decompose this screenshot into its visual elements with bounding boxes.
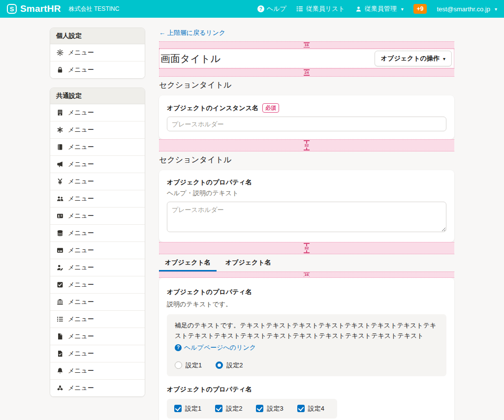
page-layout: 個人設定 メニュー メニュー 共通設定 メニュー メニュー メニュー — [50, 28, 454, 420]
checkbox-checked-icon — [215, 405, 222, 412]
main-content: 上階層に戻るリンク 16 画面タイトル オブジェクトの操作 24 セクションタイ… — [159, 28, 454, 420]
sidebar-item-menu[interactable]: メニュー — [50, 190, 145, 207]
checkbox-option-1[interactable]: 設定1 — [174, 404, 201, 413]
checkbox-label: 設定2 — [226, 404, 242, 413]
media-card-icon — [56, 247, 63, 254]
bell-icon — [56, 367, 63, 375]
help-page-link-label: ヘルプページへのリンク — [184, 342, 256, 353]
note-text: 補足のテキストです。テキストテキストテキストテキストテキストテキストテキストテキ… — [175, 320, 439, 341]
supplementary-note-box: 補足のテキストです。テキストテキストテキストテキストテキストテキストテキストテキ… — [167, 314, 446, 376]
instance-name-input[interactable] — [167, 117, 446, 131]
check-square-icon — [56, 281, 63, 289]
required-badge: 必須 — [262, 103, 279, 113]
sidebar-item-menu[interactable]: メニュー — [50, 138, 145, 155]
checkbox-label: 設定1 — [185, 404, 201, 413]
sidebar-item-label: メニュー — [68, 108, 94, 117]
checkbox-group: 設定1 設定2 設定3 設定4 — [167, 399, 337, 419]
spacing-annotation-16: 16 — [159, 41, 454, 49]
user-icon — [355, 5, 362, 13]
user-pen-icon — [56, 264, 63, 271]
header-help-link[interactable]: ヘルプ — [257, 4, 286, 13]
sidebar-item-menu[interactable]: メニュー — [50, 173, 145, 190]
measurement-marker: 32 — [304, 243, 310, 253]
sidebar-item-label: メニュー — [68, 65, 94, 74]
question-circle-icon — [175, 344, 182, 351]
smarthr-logo-mark-icon: S — [7, 4, 17, 14]
sidebar-item-label: メニュー — [68, 384, 94, 392]
header-employee-list-link[interactable]: 従業員リスト — [296, 4, 345, 13]
sidebar-group-personal: 個人設定 メニュー メニュー — [50, 28, 145, 79]
checkbox-checked-icon — [174, 405, 182, 412]
sidebar-item-label: メニュー — [68, 332, 94, 341]
sidebar-item-menu[interactable]: メニュー — [50, 310, 145, 328]
property-textarea[interactable] — [167, 202, 446, 232]
radio-label: 設定2 — [226, 360, 243, 370]
back-to-parent-link[interactable]: 上階層に戻るリンク — [159, 29, 225, 37]
sidebar-item-label: メニュー — [68, 229, 94, 238]
spacing-annotation-16: 16 — [159, 271, 454, 278]
checkbox-option-4[interactable]: 設定4 — [297, 404, 324, 413]
smarthr-logo-text: SmartHR — [20, 3, 61, 14]
radio-option-1[interactable]: 設定1 — [175, 360, 202, 370]
field-label: オブジェクトのプロパティ名 — [167, 385, 252, 394]
header-help-label: ヘルプ — [267, 4, 286, 13]
sidebar-group-title: 共通設定 — [50, 88, 145, 104]
page-title: 画面タイトル — [160, 52, 220, 65]
sidebar-item-menu[interactable]: メニュー — [50, 328, 145, 345]
sidebar-item-menu[interactable]: メニュー — [50, 155, 145, 173]
sidebar-item-label: メニュー — [68, 366, 94, 375]
sidebar-item-menu[interactable]: メニュー — [50, 224, 145, 241]
spacing-annotation-32: 32 — [159, 139, 454, 151]
smarthr-logo[interactable]: S SmartHR — [7, 3, 61, 14]
sidebar-item-label: メニュー — [68, 177, 94, 186]
sidebar-item-menu[interactable]: メニュー — [50, 207, 145, 224]
measurement-marker: 16 — [304, 42, 310, 48]
sidebar-item-menu[interactable]: メニュー — [50, 61, 145, 78]
landmark-icon — [56, 299, 63, 306]
radio-option-2[interactable]: 設定2 — [216, 360, 243, 370]
company-name: 株式会社 TESTINC — [69, 5, 120, 13]
field-label-row: オブジェクトのプロパティ名 — [167, 178, 446, 187]
radio-icon — [175, 361, 182, 369]
sidebar-item-label: メニュー — [68, 48, 94, 57]
field-label-row: オブジェクトのインスタンス名 必須 — [167, 103, 446, 113]
sidebar-item-menu[interactable]: メニュー — [50, 104, 145, 121]
help-page-link[interactable]: ヘルプページへのリンク — [175, 342, 256, 353]
gear-icon — [56, 49, 63, 57]
sidebar-item-menu[interactable]: メニュー — [50, 44, 145, 61]
tab-object-2[interactable]: オブジェクト名 — [220, 254, 277, 271]
list-icon — [56, 316, 63, 323]
sidebar-item-menu[interactable]: メニュー — [50, 362, 145, 379]
notification-count-badge[interactable]: +9 — [413, 4, 427, 14]
sidebar-item-label: メニュー — [68, 280, 94, 289]
megaphone-icon — [56, 161, 63, 168]
field-description: 説明のテキストです。 — [167, 300, 446, 309]
sidebar-item-menu[interactable]: メニュー — [50, 121, 145, 138]
database-icon — [56, 230, 63, 237]
object-actions-dropdown-button[interactable]: オブジェクトの操作 — [375, 51, 452, 66]
lock-icon — [56, 66, 63, 74]
sidebar-item-menu[interactable]: メニュー — [50, 259, 145, 276]
sidebar-item-menu[interactable]: メニュー — [50, 293, 145, 310]
sidebar-item-menu[interactable]: メニュー — [50, 241, 145, 259]
measurement-marker: 16 — [304, 272, 310, 277]
section-title: セクションタイトル — [159, 155, 454, 165]
sidebar-item-menu[interactable]: メニュー — [50, 345, 145, 362]
spacing-annotation-32: 32 — [159, 242, 454, 254]
account-dropdown[interactable]: test@smarthr.co.jp — [437, 5, 497, 13]
header-employee-mgmt-label: 従業員管理 — [365, 4, 397, 13]
page-title-row: 画面タイトル オブジェクトの操作 — [159, 49, 454, 68]
sidebar-item-menu[interactable]: メニュー — [50, 379, 145, 396]
header-employee-mgmt-dropdown[interactable]: 従業員管理 — [355, 4, 404, 13]
checkbox-option-2[interactable]: 設定2 — [215, 404, 242, 413]
field-label: オブジェクトのインスタンス名 — [167, 104, 258, 113]
checkbox-checked-icon — [256, 405, 263, 412]
checkbox-option-3[interactable]: 設定3 — [256, 404, 283, 413]
building-icon — [56, 109, 63, 117]
file-check-icon — [56, 350, 63, 358]
sidebar: 個人設定 メニュー メニュー 共通設定 メニュー メニュー メニュー — [50, 28, 145, 406]
tab-object-1[interactable]: オブジェクト名 — [159, 254, 217, 271]
sidebar-item-menu[interactable]: メニュー — [50, 276, 145, 293]
question-circle-icon — [257, 5, 264, 12]
measurement-marker: 24 — [304, 69, 310, 76]
